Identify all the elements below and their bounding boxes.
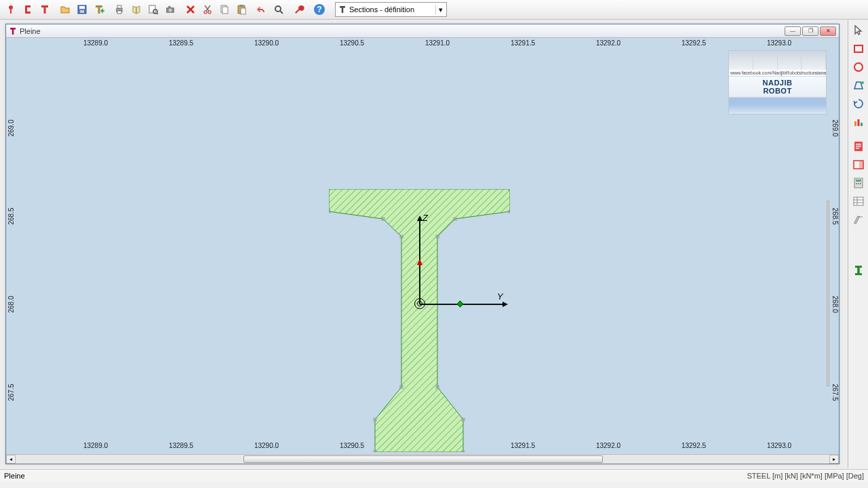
svg-rect-21 bbox=[222, 7, 228, 14]
delete-icon[interactable] bbox=[182, 1, 199, 18]
tools-icon[interactable] bbox=[291, 1, 307, 18]
svg-line-10 bbox=[157, 13, 158, 14]
section-t-tiny-icon bbox=[9, 27, 17, 35]
axis-z-marker bbox=[417, 259, 422, 265]
maximize-button[interactable]: ❐ bbox=[802, 26, 818, 36]
close-button[interactable]: ✕ bbox=[820, 26, 836, 36]
ruler-right: 269.0268.5268.0267.5 bbox=[828, 50, 839, 441]
svg-rect-24 bbox=[241, 8, 245, 14]
section-t-small-icon bbox=[338, 5, 347, 14]
undo-icon[interactable] bbox=[254, 1, 270, 18]
section-c-icon[interactable] bbox=[20, 1, 36, 18]
view-scrollbar-horizontal[interactable]: ◂ ▸ bbox=[6, 454, 839, 464]
results-icon[interactable] bbox=[850, 114, 867, 130]
chevron-down-icon: ▾ bbox=[435, 5, 445, 14]
svg-rect-6 bbox=[117, 5, 121, 8]
layout-selector[interactable]: Sections - définition ▾ bbox=[335, 2, 447, 17]
print-icon[interactable] bbox=[111, 1, 127, 18]
svg-point-25 bbox=[275, 6, 281, 12]
scroll-right-icon[interactable]: ▸ bbox=[829, 455, 839, 464]
section-t-icon[interactable] bbox=[37, 1, 53, 18]
svg-point-0 bbox=[9, 5, 13, 9]
document-title: Pleine bbox=[20, 27, 41, 35]
axis-z-arrow bbox=[417, 216, 422, 221]
svg-rect-23 bbox=[240, 5, 243, 7]
svg-rect-8 bbox=[149, 5, 155, 13]
svg-rect-60 bbox=[858, 183, 859, 184]
cursor-icon[interactable] bbox=[850, 22, 867, 39]
svg-rect-13 bbox=[168, 6, 171, 7]
svg-rect-7 bbox=[117, 11, 121, 14]
canvas[interactable]: 13289.013289.513290.013290.513291.013291… bbox=[6, 38, 839, 454]
svg-line-26 bbox=[280, 11, 283, 14]
copy-icon[interactable] bbox=[216, 1, 233, 18]
material-icon[interactable] bbox=[3, 1, 19, 18]
paste-icon[interactable] bbox=[233, 1, 250, 18]
svg-rect-59 bbox=[856, 183, 857, 184]
svg-rect-45 bbox=[854, 45, 863, 52]
calc-icon[interactable] bbox=[850, 175, 867, 191]
ruler-left: 269.0268.5268.0267.5 bbox=[6, 50, 17, 441]
dimension-icon[interactable] bbox=[850, 211, 867, 228]
svg-rect-56 bbox=[859, 161, 863, 169]
svg-rect-53 bbox=[856, 146, 861, 147]
svg-point-12 bbox=[169, 9, 172, 12]
catalog-icon[interactable] bbox=[128, 1, 144, 18]
axis-origin bbox=[414, 298, 425, 309]
rotate-icon[interactable] bbox=[850, 96, 867, 112]
svg-rect-48 bbox=[854, 121, 856, 126]
axis-y-arrow bbox=[502, 302, 508, 307]
svg-point-17 bbox=[208, 11, 211, 14]
circle-icon[interactable] bbox=[850, 59, 867, 75]
camera-icon[interactable] bbox=[162, 1, 178, 18]
document-window: Pleine — ❐ ✕ 13289.013289.513290.013290.… bbox=[5, 24, 840, 464]
scroll-left-icon[interactable]: ◂ bbox=[6, 455, 16, 464]
grid: Z Y www.facebook.com/NadjibRobotstructur… bbox=[17, 50, 828, 441]
svg-rect-3 bbox=[79, 6, 85, 9]
status-bar: Pleine STEEL [m] [kN] [kN*m] [MPa] [Deg] bbox=[0, 469, 868, 481]
axis-y-label: Y bbox=[497, 291, 503, 302]
save-as-icon[interactable] bbox=[91, 1, 107, 18]
zoom-icon[interactable] bbox=[271, 1, 287, 18]
svg-rect-61 bbox=[860, 183, 861, 184]
svg-point-47 bbox=[861, 81, 864, 84]
svg-rect-58 bbox=[856, 180, 861, 182]
help-icon[interactable]: ? bbox=[311, 1, 328, 18]
rectangle-icon[interactable] bbox=[850, 41, 867, 57]
svg-text:?: ? bbox=[317, 5, 321, 14]
watermark-line2: ROBOT bbox=[729, 87, 826, 95]
section-db-icon[interactable] bbox=[850, 157, 867, 173]
svg-point-46 bbox=[854, 63, 863, 71]
right-toolbar bbox=[848, 20, 868, 468]
watermark-caption: www.facebook.com/NadjibRobotstructuralan… bbox=[729, 70, 826, 77]
workspace: Pleine — ❐ ✕ 13289.013289.513290.013290.… bbox=[0, 20, 848, 468]
view-scrollbar-vertical[interactable] bbox=[827, 201, 829, 386]
save-icon[interactable] bbox=[74, 1, 90, 18]
watermark-box: www.facebook.com/NadjibRobotstructuralan… bbox=[728, 50, 827, 115]
ruler-top: 13289.013289.513290.013290.513291.013291… bbox=[17, 38, 828, 50]
table-icon[interactable] bbox=[850, 193, 867, 209]
cut-icon[interactable] bbox=[199, 1, 216, 18]
svg-rect-62 bbox=[854, 197, 863, 205]
open-icon[interactable] bbox=[57, 1, 73, 18]
status-right: STEEL [m] [kN] [kN*m] [MPa] [Deg] bbox=[747, 472, 864, 480]
minimize-button[interactable]: — bbox=[785, 26, 801, 36]
status-left: Pleine bbox=[4, 472, 25, 480]
layout-selector-label: Sections - définition bbox=[349, 5, 414, 14]
document-titlebar[interactable]: Pleine — ❐ ✕ bbox=[6, 24, 839, 38]
svg-rect-49 bbox=[857, 119, 859, 126]
svg-rect-50 bbox=[861, 123, 863, 126]
watermark-line1: NADJIB bbox=[729, 79, 826, 87]
svg-rect-52 bbox=[856, 144, 861, 145]
print-preview-icon[interactable] bbox=[145, 1, 161, 18]
notes-icon[interactable] bbox=[850, 138, 867, 155]
svg-rect-54 bbox=[856, 148, 859, 149]
axis-z-label: Z bbox=[422, 213, 428, 223]
svg-rect-4 bbox=[80, 10, 84, 13]
main-toolbar: ? Sections - définition ▾ bbox=[0, 0, 868, 20]
polygon-icon[interactable] bbox=[850, 77, 867, 94]
svg-point-16 bbox=[204, 11, 207, 14]
scroll-thumb[interactable] bbox=[243, 455, 603, 463]
section-i-icon[interactable] bbox=[850, 262, 867, 279]
svg-rect-1 bbox=[10, 9, 12, 14]
